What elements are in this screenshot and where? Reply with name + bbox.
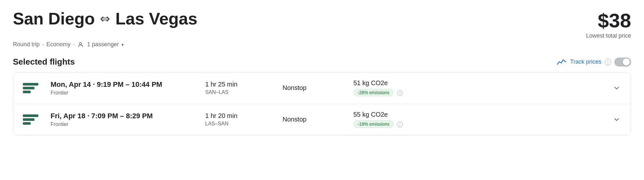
frontier-logo-2 xyxy=(23,113,40,127)
flight-row-2: Fri, Apr 18 · 7:09 PM – 8:29 PM Frontier… xyxy=(13,104,631,135)
flight-stops-2: Nonstop xyxy=(283,116,353,123)
emissions-badge-row-2: -19% emissions i xyxy=(353,118,608,128)
emissions-kg-2: 55 kg CO2e xyxy=(353,111,608,118)
flight-airline-1: Frontier xyxy=(51,90,205,96)
passenger-dropdown-icon[interactable]: ▾ xyxy=(121,42,124,47)
emissions-badge-2: -19% emissions xyxy=(353,120,394,128)
price-value: $38 xyxy=(586,9,631,32)
dot-separator-2: · xyxy=(73,41,75,48)
section-header: Selected flights Track prices i xyxy=(13,57,631,67)
flight-dot-2: · xyxy=(87,112,91,120)
track-prices-label[interactable]: Track prices xyxy=(570,59,601,65)
frontier-bar-2a xyxy=(23,114,38,117)
frontier-logo-1 xyxy=(23,81,40,95)
frontier-bar-2c xyxy=(23,122,31,125)
cabin-class: Economy xyxy=(46,41,71,48)
flight-airline-2: Frontier xyxy=(51,122,205,127)
track-prices-chart-icon xyxy=(557,59,567,66)
flight-expand-button-1[interactable] xyxy=(610,82,623,94)
emissions-badge-1: -28% emissions xyxy=(353,89,394,96)
airline-logo-1 xyxy=(21,81,42,95)
flight-emissions-2: 55 kg CO2e -19% emissions i xyxy=(353,111,608,128)
duration-time-1: 1 hr 25 min xyxy=(205,81,283,88)
section-title: Selected flights xyxy=(13,57,75,67)
flight-duration-1: 1 hr 25 min SAN–LAS xyxy=(205,81,283,95)
track-prices-toggle[interactable] xyxy=(614,58,631,67)
destination-city: Las Vegas xyxy=(115,9,197,28)
route-arrow-icon: ⇔ xyxy=(100,12,110,26)
price-label: Lowest total price xyxy=(586,32,631,39)
flight-timerange-1: 9:19 PM – 10:44 PM xyxy=(97,80,162,88)
sub-header: Round trip · Economy · 1 passenger ▾ xyxy=(13,41,631,48)
duration-route-2: LAS–SAN xyxy=(205,121,283,127)
flights-container: Mon, Apr 14 · 9:19 PM – 10:44 PM Frontie… xyxy=(13,72,631,135)
flight-row: Mon, Apr 14 · 9:19 PM – 10:44 PM Frontie… xyxy=(13,72,631,104)
frontier-bar-2b xyxy=(23,118,34,121)
flight-time-2: Fri, Apr 18 · 7:09 PM – 8:29 PM xyxy=(51,112,205,120)
route-title: San Diego ⇔ Las Vegas xyxy=(13,9,197,28)
svg-point-0 xyxy=(80,42,82,45)
flight-stops-1: Nonstop xyxy=(283,84,353,92)
emissions-info-icon-1[interactable]: i xyxy=(397,90,403,96)
emissions-info-icon-2[interactable]: i xyxy=(397,122,403,127)
frontier-bar-1c xyxy=(23,91,31,93)
trip-type: Round trip xyxy=(13,41,40,48)
frontier-bar-1b xyxy=(23,87,34,89)
flight-dot-1: · xyxy=(93,80,97,88)
airline-logo-2 xyxy=(21,113,42,127)
passenger-icon xyxy=(77,41,84,48)
flight-expand-button-2[interactable] xyxy=(610,113,623,126)
track-prices-info-icon[interactable]: i xyxy=(605,59,611,65)
flight-time-1: Mon, Apr 14 · 9:19 PM – 10:44 PM xyxy=(51,80,205,89)
emissions-badge-row-1: -28% emissions i xyxy=(353,87,608,96)
price-block: $38 Lowest total price xyxy=(586,9,631,39)
flight-duration-2: 1 hr 20 min LAS–SAN xyxy=(205,112,283,127)
flight-info-1: Mon, Apr 14 · 9:19 PM – 10:44 PM Frontie… xyxy=(51,80,205,96)
emissions-kg-1: 51 kg CO2e xyxy=(353,79,608,87)
origin-city: San Diego xyxy=(13,9,95,28)
flight-info-2: Fri, Apr 18 · 7:09 PM – 8:29 PM Frontier xyxy=(51,112,205,127)
flight-date-2: Fri, Apr 18 xyxy=(51,112,85,120)
passenger-count: 1 passenger xyxy=(87,41,119,48)
flight-emissions-1: 51 kg CO2e -28% emissions i xyxy=(353,79,608,96)
flight-timerange-2: 7:09 PM – 8:29 PM xyxy=(91,112,153,120)
flight-date-1: Mon, Apr 14 xyxy=(51,80,91,88)
track-prices-area: Track prices i xyxy=(557,58,631,67)
page-header: San Diego ⇔ Las Vegas $38 Lowest total p… xyxy=(13,9,631,39)
duration-route-1: SAN–LAS xyxy=(205,89,283,95)
dot-separator-1: · xyxy=(42,41,44,48)
frontier-bar-1a xyxy=(23,83,38,86)
duration-time-2: 1 hr 20 min xyxy=(205,112,283,120)
